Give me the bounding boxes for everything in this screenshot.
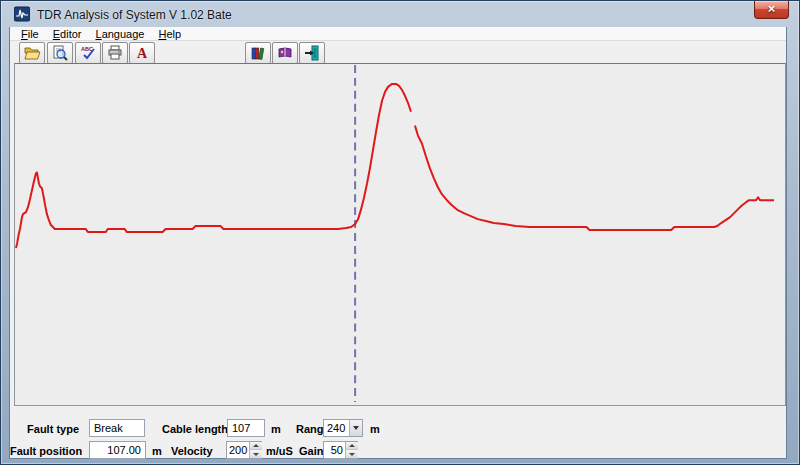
menu-editor[interactable]: Editor [46,27,89,41]
velocity-spin-up-button[interactable] [250,442,262,450]
velocity-unit: m/uS [266,442,293,460]
fault-type-label: Fault type [10,420,79,438]
cable-length-unit: m [271,420,281,438]
velocity-value: 200 [227,442,249,458]
chevron-down-icon [349,453,355,456]
open-file-button[interactable] [19,42,45,64]
range-value: 240 [324,420,349,436]
cable-length-label: Cable length [162,420,228,438]
range-label: Rang [296,420,324,438]
tdr-trace-chart[interactable] [14,63,786,406]
window-title: TDR Analysis of System V 1.02 Bate [37,8,232,22]
client-area: File Editor Language Help [9,27,787,459]
chevron-down-icon [253,453,259,456]
fault-position-label: Fault position [10,442,79,460]
gain-spin-buttons [345,442,357,458]
chevron-up-icon [349,444,355,447]
velocity-spinner[interactable]: 200 [226,441,262,459]
fault-position-unit: m [152,442,162,460]
velocity-spin-buttons [249,442,261,458]
app-waveform-icon [14,6,30,22]
menu-help[interactable]: Help [151,27,188,41]
font-button[interactable]: A [129,42,155,64]
velocity-spin-down-button[interactable] [250,450,262,458]
range-combobox[interactable]: 240 [323,419,363,437]
exit-button[interactable] [299,42,325,64]
gain-value: 50 [324,442,345,458]
range-unit: m [370,420,380,438]
spell-check-icon: ABC [80,45,96,61]
library-books-icon [250,45,266,61]
title-bar[interactable]: TDR Analysis of System V 1.02 Bate × [1,1,799,27]
help-book-icon [277,45,293,61]
measurement-panel: Fault type Cable length m Rang 240 m Fau… [10,406,788,459]
gain-spinner[interactable]: 50 [323,441,358,459]
print-button[interactable] [102,42,128,64]
menu-language[interactable]: Language [89,27,152,41]
contents-button[interactable] [245,42,271,64]
print-preview-icon [52,45,68,61]
app-window: TDR Analysis of System V 1.02 Bate × Fil… [0,0,800,465]
font-icon: A [134,45,150,61]
gain-spin-down-button[interactable] [346,450,358,458]
cable-length-field[interactable] [227,419,265,437]
fault-position-field[interactable] [89,441,146,459]
menu-bar: File Editor Language Help [10,27,786,41]
exit-door-icon [304,45,320,61]
svg-text:A: A [137,46,148,61]
fault-type-field[interactable] [89,419,145,437]
velocity-label: Velocity [171,442,213,460]
chevron-up-icon [253,444,259,447]
help-topics-button[interactable] [272,42,298,64]
menu-file[interactable]: File [14,27,46,41]
gain-spin-up-button[interactable] [346,442,358,450]
open-folder-icon [24,46,41,61]
range-dropdown-button[interactable] [349,420,362,436]
gain-label: Gain [299,442,323,460]
close-button[interactable]: × [754,1,789,19]
preview-button[interactable] [47,42,73,64]
print-icon [107,45,123,61]
chevron-down-icon [353,426,359,430]
tdr-trace-svg [15,64,785,405]
toolbar: ABC A [10,41,786,64]
spellcheck-button[interactable]: ABC [75,42,101,64]
